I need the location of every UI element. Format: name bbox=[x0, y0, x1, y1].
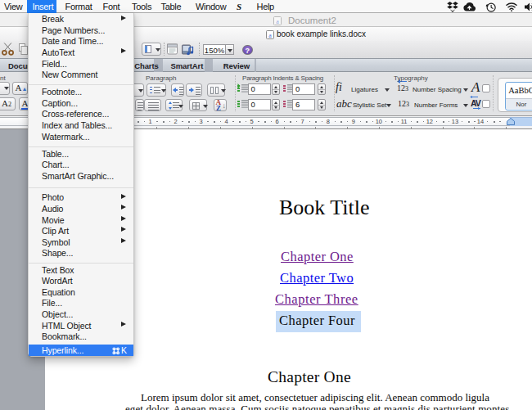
svg-text:a: a bbox=[268, 31, 272, 38]
svg-text:a: a bbox=[276, 17, 279, 25]
